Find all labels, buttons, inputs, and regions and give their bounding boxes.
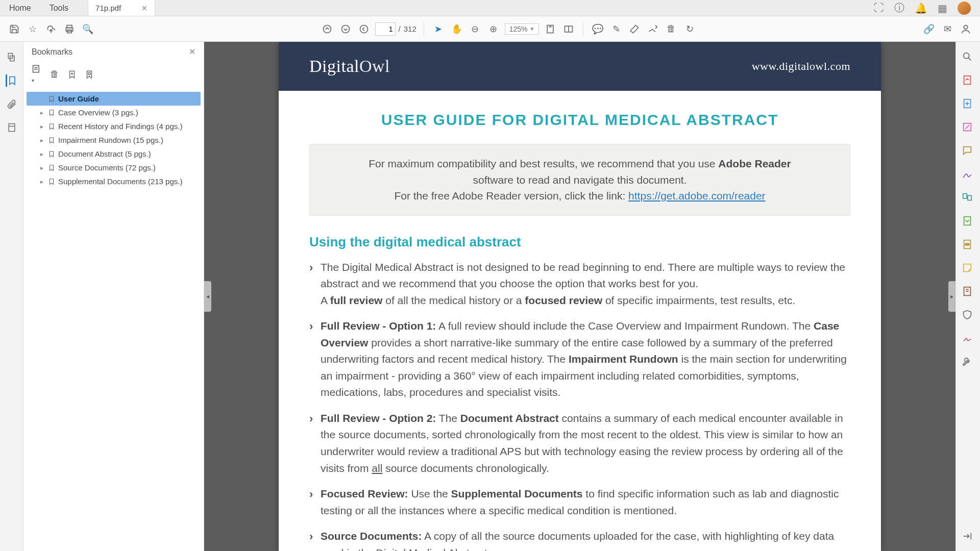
link-share-icon[interactable]: 🔗: [922, 22, 936, 36]
export-pdf-icon[interactable]: [962, 74, 975, 88]
zoom-in-icon[interactable]: ⊕: [486, 22, 501, 36]
b3-e: source documents chronologically.: [382, 462, 549, 474]
svg-point-5: [360, 25, 368, 33]
info-text-3: For the free Adobe Reader version, click…: [394, 190, 628, 202]
rotate-icon[interactable]: ↻: [682, 22, 697, 36]
layers-icon[interactable]: [6, 121, 18, 134]
svg-line-21: [968, 58, 971, 61]
signature-tool-icon[interactable]: [962, 333, 975, 346]
collapse-left-handle[interactable]: ◂: [204, 281, 211, 312]
back-icon[interactable]: [357, 22, 371, 36]
zoom-dropdown[interactable]: 125% ▼: [505, 23, 540, 35]
b2-lead: Full Review - Option 1:: [321, 320, 436, 332]
collapse-right-icon[interactable]: [962, 531, 975, 544]
thumbnails-icon[interactable]: [6, 51, 18, 63]
fill-sign-icon[interactable]: [962, 168, 975, 182]
attachments-icon[interactable]: [6, 98, 18, 110]
delete-icon[interactable]: 🗑: [664, 22, 678, 36]
svg-rect-28: [967, 195, 971, 200]
erase-icon[interactable]: [627, 22, 642, 36]
upload-cloud-icon[interactable]: [44, 22, 58, 36]
b2-a: A full review should include the Case Ov…: [436, 320, 814, 332]
more-tools-icon[interactable]: [962, 286, 975, 299]
page-banner: DigitalOwl www.digitalowl.com: [279, 42, 881, 91]
header-right-icons: ⛶ ⓘ 🔔 ▦: [874, 0, 980, 16]
brand-site: www.digitalowl.com: [752, 60, 850, 73]
email-icon[interactable]: ✉: [940, 22, 954, 36]
bm-options-icon[interactable]: ▾: [32, 64, 42, 85]
bookmark-label: Recent History and Findings (4 pgs.): [58, 122, 182, 131]
page-current-input[interactable]: [375, 22, 396, 36]
chevron-right-icon[interactable]: ▸: [39, 137, 45, 144]
expand-right-handle[interactable]: ▸: [948, 281, 955, 312]
tab-home[interactable]: Home: [0, 0, 40, 16]
chevron-right-icon[interactable]: ▸: [39, 109, 45, 116]
bookmark-item[interactable]: ▸Source Documents (72 pgs.): [27, 161, 201, 174]
document-viewport[interactable]: ◂ ▸ DigitalOwl www.digitalowl.com USER G…: [204, 42, 955, 551]
create-pdf-icon[interactable]: [962, 98, 975, 111]
b1b-a: A: [321, 294, 330, 306]
page-up-icon[interactable]: [320, 22, 334, 36]
sticky-note-icon[interactable]: [962, 262, 975, 276]
compress-icon[interactable]: [962, 215, 975, 229]
find-icon[interactable]: 🔍: [81, 22, 95, 36]
bookmark-item[interactable]: ▸Recent History and Findings (4 pgs.): [27, 119, 201, 133]
bookmark-item[interactable]: ▸Document Abstract (5 pgs.): [27, 147, 201, 161]
close-panel-icon[interactable]: ✕: [189, 47, 195, 57]
svg-point-9: [964, 25, 967, 29]
apps-grid-icon[interactable]: ▦: [938, 2, 947, 14]
fit-width-icon[interactable]: [543, 22, 557, 36]
close-tab-icon[interactable]: ✕: [141, 4, 148, 12]
bookmark-item[interactable]: ▸Case Overview (3 pgs.): [27, 106, 201, 119]
bm-new-icon[interactable]: [67, 70, 77, 79]
brand-b: Owl: [359, 57, 390, 76]
notifications-icon[interactable]: 🔔: [915, 2, 927, 14]
b4-lead: Focused Review:: [321, 488, 408, 499]
bookmark-item[interactable]: ▸Impairment Rundown (15 pgs.): [27, 133, 201, 147]
chevron-right-icon[interactable]: ▸: [39, 123, 45, 130]
tab-tools[interactable]: Tools: [40, 0, 78, 16]
bullet-1: The Digital Medical Abstract is not desi…: [309, 259, 850, 309]
bm-find-icon[interactable]: [85, 70, 94, 79]
bookmarks-title: Bookmarks: [32, 47, 72, 57]
b3-b: Document Abstract: [460, 412, 559, 424]
chevron-right-icon[interactable]: ▸: [39, 178, 45, 185]
highlight-icon[interactable]: ✎: [609, 22, 623, 36]
chevron-right-icon[interactable]: ▸: [39, 151, 45, 158]
profile-outline-icon[interactable]: [959, 22, 973, 36]
bookmarks-panel: Bookmarks ✕ ▾ 🗑 User Guide▸Case Overview…: [23, 42, 204, 551]
bookmark-icon: [48, 151, 55, 158]
comment-tool-icon[interactable]: [962, 145, 975, 158]
brand-a: Digital: [309, 57, 359, 76]
help-icon[interactable]: ⓘ: [894, 1, 904, 15]
zoom-out-icon[interactable]: ⊖: [468, 22, 482, 36]
edit-pdf-icon[interactable]: [962, 121, 975, 135]
protect-icon[interactable]: [962, 309, 975, 322]
page-down-icon[interactable]: [338, 22, 353, 36]
search-tool-icon[interactable]: [962, 51, 975, 64]
adobe-reader-link[interactable]: https://get.adobe.com/reader: [628, 190, 766, 202]
tools-wrench-icon[interactable]: [962, 356, 975, 369]
star-icon[interactable]: ☆: [26, 22, 40, 36]
print-icon[interactable]: [62, 22, 77, 36]
save-icon[interactable]: [7, 22, 21, 36]
avatar[interactable]: [958, 2, 971, 15]
left-rail: [0, 42, 23, 551]
sign-icon[interactable]: [646, 22, 660, 36]
bm-delete-icon[interactable]: 🗑: [50, 69, 59, 80]
hand-tool-icon[interactable]: ✋: [450, 22, 464, 36]
tab-document[interactable]: 71p.pdf ✕: [88, 0, 155, 16]
redact-icon[interactable]: [962, 239, 975, 252]
svg-rect-27: [963, 194, 966, 198]
bookmarks-rail-icon[interactable]: [6, 74, 18, 87]
bookmark-item[interactable]: ▸Supplemental Documents (213 pgs.): [27, 174, 201, 188]
brand-logo: DigitalOwl: [309, 57, 390, 76]
organize-icon[interactable]: [962, 192, 975, 205]
bookmark-item[interactable]: User Guide: [27, 92, 201, 106]
read-mode-icon[interactable]: [561, 22, 576, 36]
expand-icon[interactable]: ⛶: [874, 2, 884, 14]
selection-tool-icon[interactable]: ➤: [431, 22, 446, 36]
b1-text: The Digital Medical Abstract is not desi…: [321, 261, 845, 290]
chevron-right-icon[interactable]: ▸: [39, 164, 45, 171]
comment-icon[interactable]: 💬: [591, 22, 605, 36]
